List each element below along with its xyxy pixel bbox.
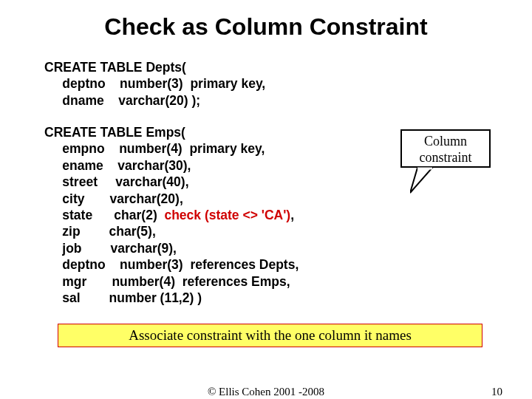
sql-depts: CREATE TABLE Depts( deptno number(3) pri… [44, 59, 265, 109]
col-type: number(4) references Emps, [112, 274, 290, 289]
bottom-note: Associate constraint with the one column… [58, 324, 482, 347]
col-name: ename [62, 158, 103, 173]
col-name: city [62, 191, 84, 206]
check-constraint: check (state <> 'CA') [164, 208, 290, 222]
col-type: char(2) [114, 208, 164, 222]
col-name: deptno [62, 76, 105, 91]
col-name: state [62, 208, 92, 222]
col-type: number (11,2) ) [109, 290, 202, 305]
col-name: empno [62, 141, 104, 156]
callout-box: Column constraint [400, 129, 491, 168]
callout-line2: constraint [420, 150, 472, 165]
footer-page: 10 [491, 386, 502, 398]
slide-title: Check as Column Constraint [0, 13, 532, 41]
footer-copyright: © Ellis Cohen 2001 -2008 [0, 386, 532, 398]
sql-emps: CREATE TABLE Emps( empno number(4) prima… [44, 124, 299, 306]
depts-header: CREATE TABLE Depts( [44, 60, 186, 75]
col-type: varchar(9), [110, 241, 177, 256]
col-type: char(5), [109, 224, 156, 239]
col-name: sal [62, 290, 80, 305]
col-after: , [290, 208, 294, 222]
col-type: varchar(40), [115, 174, 188, 189]
col-type: varchar(30), [117, 158, 191, 173]
svg-marker-0 [410, 168, 432, 193]
col-name: mgr [62, 274, 86, 289]
emps-header: CREATE TABLE Emps( [44, 125, 185, 140]
col-name: zip [62, 224, 80, 239]
col-name: job [62, 241, 81, 256]
col-type: varchar(20) ); [118, 93, 200, 108]
callout-tail-icon [410, 167, 440, 197]
col-name: deptno [62, 257, 105, 272]
col-name: dname [62, 93, 103, 108]
callout-line1: Column [424, 134, 467, 149]
col-type: varchar(20), [110, 191, 183, 206]
col-type: number(3) references Depts, [120, 257, 299, 272]
col-type: number(4) primary key, [119, 141, 265, 156]
col-type: number(3) primary key, [120, 76, 265, 91]
col-name: street [62, 174, 98, 189]
